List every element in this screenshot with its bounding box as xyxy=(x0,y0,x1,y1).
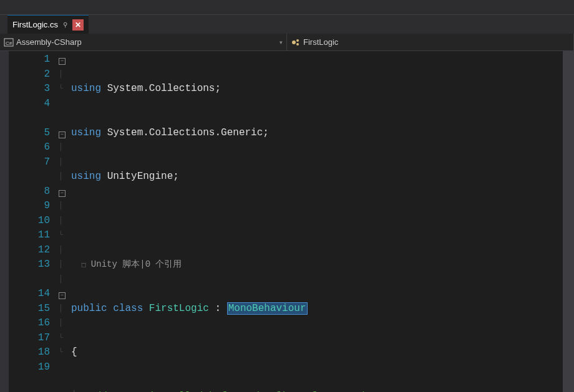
line-number: 16 xyxy=(9,316,50,331)
chevron-down-icon: ▾ xyxy=(280,39,283,45)
svg-text:C#: C# xyxy=(6,41,12,46)
line-number: 17 xyxy=(9,331,50,346)
line-number: 10 xyxy=(9,214,50,229)
line-number: 6 xyxy=(9,140,50,155)
line-number: 19 xyxy=(9,360,50,375)
code-line xyxy=(71,214,563,229)
nav-member-dropdown[interactable]: FirstLogic xyxy=(287,34,574,50)
line-number: 13 xyxy=(9,257,50,272)
code-line: using UnityEngine; xyxy=(71,170,563,184)
cube-icon: ⬚ xyxy=(82,261,86,269)
line-number: 8 xyxy=(9,184,50,199)
navigation-bar: C# Assembly-CSharp ▾ FirstLogic xyxy=(0,34,574,51)
code-line: using System.Collections.Generic; xyxy=(71,126,563,141)
close-icon[interactable]: ✕ xyxy=(72,19,84,31)
svg-point-4 xyxy=(296,43,299,45)
line-number xyxy=(9,111,50,126)
tab-bar: FirstLogic.cs ⚲ ✕ xyxy=(0,15,574,34)
code-line: public class FirstLogic : MonoBehaviour xyxy=(71,302,563,317)
line-number: 4 xyxy=(9,97,50,112)
line-number: 7 xyxy=(9,155,50,170)
pin-icon[interactable]: ⚲ xyxy=(63,21,67,28)
svg-point-3 xyxy=(296,39,299,42)
tab-filename: FirstLogic.cs xyxy=(12,20,58,29)
top-toolbar xyxy=(0,0,574,15)
vertical-scrollbar[interactable] xyxy=(563,51,574,392)
csharp-project-icon: C# xyxy=(4,37,14,47)
line-number: 12 xyxy=(9,243,50,258)
line-number: 18 xyxy=(9,345,50,360)
line-number xyxy=(9,170,50,184)
fold-toggle[interactable]: − xyxy=(59,292,66,299)
file-tab-firstlogic[interactable]: FirstLogic.cs ⚲ ✕ xyxy=(7,15,89,34)
nav-project-dropdown[interactable]: C# Assembly-CSharp ▾ xyxy=(0,34,287,50)
codelens-class[interactable]: ⬚ Unity 脚本|0 个引用 xyxy=(71,257,563,272)
line-number: 5 xyxy=(9,126,50,141)
fold-toggle[interactable]: − xyxy=(59,190,66,197)
line-number: 3 xyxy=(9,82,50,97)
line-number: 15 xyxy=(9,302,50,317)
line-number: 14 xyxy=(9,287,50,302)
code-line: using System.Collections; xyxy=(71,82,563,97)
fold-toggle[interactable]: − xyxy=(59,131,66,138)
line-number-gutter: 1 2 3 4 5 6 7 8 9 10 11 12 13 14 15 16 1… xyxy=(9,51,59,392)
nav-member-label: FirstLogic xyxy=(303,37,338,47)
code-line: ┊ // Start is called before the first fr… xyxy=(71,390,563,393)
line-number xyxy=(9,272,50,287)
svg-point-2 xyxy=(292,41,296,44)
code-editor[interactable]: 1 2 3 4 5 6 7 8 9 10 11 12 13 14 15 16 1… xyxy=(0,51,574,392)
nav-project-label: Assembly-CSharp xyxy=(16,37,82,47)
class-icon xyxy=(291,37,301,47)
line-number: 9 xyxy=(9,199,50,214)
fold-toggle[interactable]: − xyxy=(59,58,66,65)
code-text-area[interactable]: using System.Collections; using System.C… xyxy=(71,51,563,392)
line-number: 2 xyxy=(9,67,50,82)
line-number: 1 xyxy=(9,52,50,67)
line-number: 11 xyxy=(9,228,50,243)
indicator-margin xyxy=(0,51,9,392)
outlining-margin: − │ └ − │ │ │ − │ │ └ │ │ │ − │ │ └ └ xyxy=(59,51,71,392)
code-line: { xyxy=(71,345,563,360)
